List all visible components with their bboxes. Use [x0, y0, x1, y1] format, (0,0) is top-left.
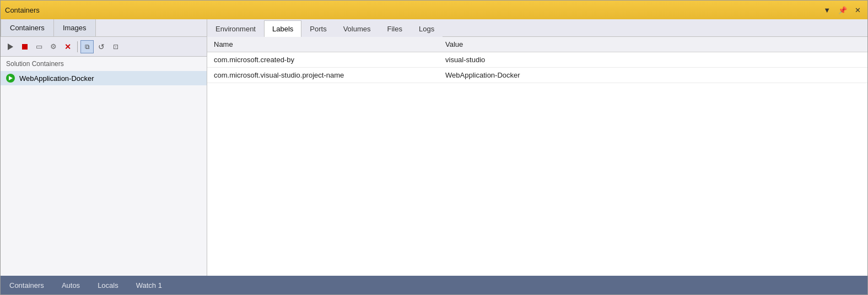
title-bar-controls: ▼ 📌 ✕	[821, 6, 863, 15]
close-button[interactable]: ✕	[853, 6, 863, 15]
stop-button[interactable]	[18, 40, 31, 53]
tab-ports[interactable]: Ports	[301, 20, 335, 37]
window-title: Containers	[5, 6, 40, 14]
x-icon: ✕	[64, 42, 71, 51]
label-name-1: com.microsoft.visual-studio.project-name	[207, 68, 439, 83]
col-header-name: Name	[207, 37, 439, 52]
col-header-value: Value	[439, 37, 867, 52]
label-name-0: com.microsoft.created-by	[207, 52, 439, 68]
labels-table: Name Value com.microsoft.created-by visu…	[207, 37, 867, 83]
tab-labels[interactable]: Labels	[264, 20, 301, 37]
copy-button[interactable]: ⧉	[80, 40, 94, 53]
main-area: Containers Images ▭ ⚙	[1, 19, 867, 276]
refresh-button[interactable]: ↺	[95, 40, 108, 53]
delete-button[interactable]: ✕	[61, 40, 74, 53]
tab-files[interactable]: Files	[379, 20, 411, 37]
table-row: com.microsoft.visual-studio.project-name…	[207, 68, 867, 83]
main-window: Containers ▼ 📌 ✕ Containers Images	[0, 0, 868, 295]
copy2-button[interactable]: ⊡	[109, 40, 122, 53]
refresh-icon: ↺	[98, 42, 105, 51]
table-row: com.microsoft.created-by visual-studio	[207, 52, 867, 68]
title-bar: Containers ▼ 📌 ✕	[1, 1, 867, 19]
pin-button[interactable]: 📌	[836, 6, 849, 15]
table-area: Name Value com.microsoft.created-by visu…	[207, 37, 867, 276]
gear-icon: ⚙	[50, 42, 57, 51]
copy-icon: ⧉	[85, 43, 90, 51]
left-panel: Containers Images ▭ ⚙	[1, 19, 207, 276]
top-tab-bar: Containers Images	[1, 19, 207, 37]
dropdown-button[interactable]: ▼	[821, 6, 833, 15]
right-panel: Environment Labels Ports Volumes Files L…	[207, 19, 867, 276]
tab-volumes[interactable]: Volumes	[335, 20, 379, 37]
tab-logs[interactable]: Logs	[411, 20, 443, 37]
detail-tab-bar: Environment Labels Ports Volumes Files L…	[207, 19, 867, 37]
toolbar-separator	[77, 41, 78, 52]
bottom-tab-containers[interactable]: Containers	[1, 276, 53, 294]
bottom-tab-watch1[interactable]: Watch 1	[127, 276, 171, 294]
bottom-tab-autos[interactable]: Autos	[53, 276, 89, 294]
play-icon	[8, 43, 13, 50]
play-button[interactable]	[4, 40, 17, 53]
container-list: WebApplication-Docker	[1, 71, 207, 276]
label-value-1: WebApplication-Docker	[439, 68, 867, 83]
toolbar: ▭ ⚙ ✕ ⧉ ↺ ⊡	[1, 37, 207, 57]
bottom-tab-locals[interactable]: Locals	[89, 276, 127, 294]
container-name: WebApplication-Docker	[19, 74, 94, 83]
monitor-icon: ▭	[36, 42, 42, 51]
tab-images[interactable]: Images	[54, 19, 96, 36]
tab-containers[interactable]: Containers	[1, 19, 54, 36]
settings-button[interactable]: ⚙	[47, 40, 60, 53]
stop-icon	[22, 44, 28, 50]
bottom-tab-bar: Containers Autos Locals Watch 1	[1, 276, 867, 294]
tab-environment[interactable]: Environment	[207, 20, 264, 37]
label-value-0: visual-studio	[439, 52, 867, 68]
container-item[interactable]: WebApplication-Docker	[1, 71, 207, 85]
status-running-icon	[6, 74, 15, 83]
solution-label: Solution Containers	[1, 57, 207, 71]
play-triangle-icon	[9, 76, 13, 80]
terminal-button[interactable]: ▭	[33, 40, 46, 53]
copy2-icon: ⊡	[113, 43, 118, 51]
